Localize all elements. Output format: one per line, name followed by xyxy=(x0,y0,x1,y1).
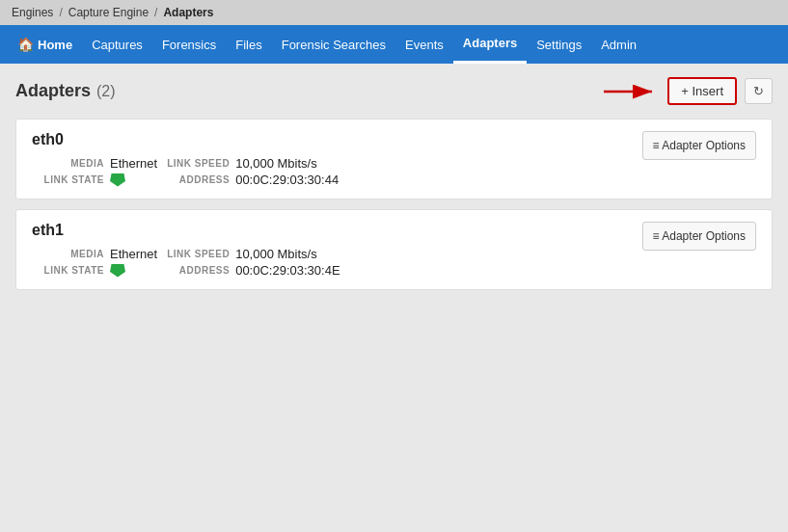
media-row-eth1: MEDIA Ethernet xyxy=(32,247,157,261)
nav-adapters[interactable]: Adapters xyxy=(453,25,527,64)
link-speed-value-eth1: 10,000 Mbits/s xyxy=(235,247,317,261)
link-state-icon-eth1 xyxy=(110,264,125,278)
page-title: Adapters (2) xyxy=(15,81,116,101)
adapter-card-header-eth1: eth1 MEDIA Ethernet LINK SPEED 10,000 Mb… xyxy=(32,222,756,278)
address-row-eth1: ADDRESS 00:0C:29:03:30:4E xyxy=(157,263,340,278)
link-state-row-eth0: LINK STATE xyxy=(32,173,157,187)
page-header: Adapters (2) + Insert ↻ xyxy=(15,77,773,105)
nav-forensics[interactable]: Forensics xyxy=(152,25,226,64)
adapter-card-eth1: eth1 MEDIA Ethernet LINK SPEED 10,000 Mb… xyxy=(15,209,773,290)
annotation-arrow xyxy=(602,82,660,101)
address-value-eth0: 00:0C:29:03:30:44 xyxy=(235,173,339,187)
breadcrumb-sep1: / xyxy=(59,6,62,19)
link-state-label-eth1: LINK STATE xyxy=(32,265,104,276)
link-speed-label-eth1: LINK SPEED xyxy=(157,249,230,259)
breadcrumb: Engines / Capture Engine / Adapters xyxy=(0,0,788,25)
adapter-details-eth1: MEDIA Ethernet LINK SPEED 10,000 Mbits/s… xyxy=(32,247,340,278)
nav-files[interactable]: Files xyxy=(226,25,271,64)
breadcrumb-engines[interactable]: Engines xyxy=(12,6,53,19)
nav-settings[interactable]: Settings xyxy=(527,25,591,64)
nav-forensic-searches[interactable]: Forensic Searches xyxy=(272,25,395,64)
media-value-eth1: Ethernet xyxy=(110,247,157,261)
breadcrumb-sep2: / xyxy=(154,6,157,19)
media-row-eth0: MEDIA Ethernet xyxy=(32,156,157,171)
main-content: Adapters (2) + Insert ↻ eth0 xyxy=(0,64,788,313)
adapter-details-eth0: MEDIA Ethernet LINK SPEED 10,000 Mbits/s… xyxy=(32,156,339,187)
header-actions: + Insert ↻ xyxy=(602,77,773,105)
refresh-button[interactable]: ↻ xyxy=(745,78,773,104)
media-value-eth0: Ethernet xyxy=(110,156,157,171)
nav-captures[interactable]: Captures xyxy=(82,25,152,64)
link-speed-row-eth1: LINK SPEED 10,000 Mbits/s xyxy=(157,247,340,261)
breadcrumb-capture-engine[interactable]: Capture Engine xyxy=(68,6,149,19)
navbar: 🏠 Home Captures Forensics Files Forensic… xyxy=(0,25,788,64)
media-label-eth1: MEDIA xyxy=(32,249,104,259)
link-state-row-eth1: LINK STATE xyxy=(32,264,157,278)
address-row-eth0: ADDRESS 00:0C:29:03:30:44 xyxy=(157,173,339,187)
adapter-options-button-eth0[interactable]: ≡ Adapter Options xyxy=(642,131,756,160)
adapter-card-header-eth0: eth0 MEDIA Ethernet LINK SPEED 10,000 Mb… xyxy=(32,131,756,187)
link-speed-value-eth0: 10,000 Mbits/s xyxy=(235,156,317,171)
adapter-name-eth1: eth1 xyxy=(32,222,340,239)
adapter-list: eth0 MEDIA Ethernet LINK SPEED 10,000 Mb… xyxy=(15,119,773,290)
address-label-eth0: ADDRESS xyxy=(157,174,230,185)
breadcrumb-current: Adapters xyxy=(163,6,213,19)
adapter-count: (2) xyxy=(96,83,116,100)
page-title-text: Adapters xyxy=(15,81,91,101)
link-state-icon-eth0 xyxy=(110,173,125,187)
media-label-eth0: MEDIA xyxy=(32,158,104,169)
nav-events[interactable]: Events xyxy=(395,25,453,64)
insert-button[interactable]: + Insert xyxy=(667,77,737,105)
address-label-eth1: ADDRESS xyxy=(157,265,230,276)
link-state-label-eth0: LINK STATE xyxy=(32,174,104,185)
nav-admin[interactable]: Admin xyxy=(591,25,646,64)
adapter-name-eth0: eth0 xyxy=(32,131,339,148)
link-speed-row-eth0: LINK SPEED 10,000 Mbits/s xyxy=(157,156,339,171)
adapter-options-button-eth1[interactable]: ≡ Adapter Options xyxy=(642,222,756,251)
nav-home-label: Home xyxy=(38,38,72,52)
link-speed-label-eth0: LINK SPEED xyxy=(157,158,230,169)
nav-home[interactable]: 🏠 Home xyxy=(8,25,82,64)
home-icon: 🏠 xyxy=(17,37,34,52)
adapter-card-eth0: eth0 MEDIA Ethernet LINK SPEED 10,000 Mb… xyxy=(15,119,773,200)
address-value-eth1: 00:0C:29:03:30:4E xyxy=(235,263,340,278)
